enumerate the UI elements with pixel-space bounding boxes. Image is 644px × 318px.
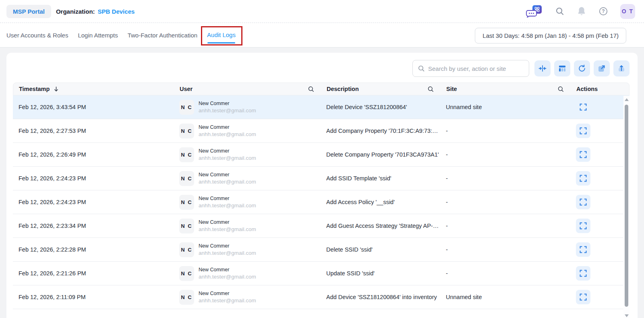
row-site: - [446, 128, 576, 134]
expand-row-button[interactable] [576, 290, 590, 304]
expand-row-button[interactable] [576, 195, 590, 209]
row-description: Delete SSID 'ssid' [326, 246, 446, 253]
scroll-up-arrow[interactable] [625, 98, 629, 101]
tab-bar: User Accounts & Roles Login Attempts Two… [0, 23, 644, 47]
search-input[interactable] [428, 65, 524, 72]
column-search-icon[interactable] [427, 86, 434, 93]
tab-login-attempts[interactable]: Login Attempts [78, 30, 118, 40]
user-email: anhh.tester@gmail.com [199, 107, 256, 114]
user-avatar: N C [179, 171, 194, 186]
user-email: anhh.tester@gmail.com [199, 131, 256, 137]
table-row[interactable]: Feb 12, 2026, 2:23:34 PM N C New Commer … [13, 214, 630, 238]
tab-two-factor-authentication[interactable]: Two-Factor Authentication [128, 30, 197, 40]
row-timestamp: Feb 12, 2026, 2:26:49 PM [13, 151, 179, 158]
sort-desc-icon [53, 86, 59, 92]
row-user: N C New Commer anhh.tester@gmail.com [179, 219, 326, 233]
vertical-scrollbar[interactable] [623, 96, 630, 318]
table-row[interactable]: Feb 12, 2026, 2:26:49 PM N C New Commer … [13, 143, 630, 167]
expand-icon [580, 103, 587, 111]
export-button[interactable] [613, 60, 630, 76]
expand-row-button[interactable] [576, 266, 590, 281]
table-row[interactable]: Feb 12, 2026, 2:11:09 PM N C New Commer … [13, 285, 630, 309]
notifications-bell-icon[interactable] [577, 6, 586, 17]
scrollbar-thumb[interactable] [625, 105, 628, 307]
audit-logs-card: Timestamp User Description [6, 53, 638, 318]
table-row[interactable]: Feb 12, 2026, 2:27:53 PM N C New Commer … [13, 119, 630, 143]
row-timestamp: Feb 12, 2026, 2:11:09 PM [13, 294, 179, 300]
row-description: Add Access Policy '__ssid' [326, 199, 446, 205]
msp-portal-button[interactable]: MSP Portal [6, 5, 51, 18]
user-avatar-badge[interactable]: O T [620, 4, 635, 19]
open-in-new-window-button[interactable] [594, 60, 610, 76]
help-icon[interactable]: ? [598, 6, 608, 16]
user-name: New Commer [199, 196, 256, 201]
table-row[interactable]: Feb 12, 2026, 2:24:23 PM N C New Commer … [13, 190, 630, 214]
row-user: N C New Commer anhh.tester@gmail.com [179, 171, 326, 186]
row-user: N C New Commer anhh.tester@gmail.com [179, 124, 326, 138]
collapse-columns-icon [538, 64, 547, 72]
user-name: New Commer [199, 291, 256, 296]
collapse-columns-button[interactable] [534, 60, 551, 76]
column-search-icon[interactable] [557, 86, 564, 93]
row-user: N C New Commer anhh.tester@gmail.com [179, 195, 326, 210]
row-timestamp: Feb 12, 2026, 2:23:34 PM [13, 223, 179, 229]
manage-columns-button[interactable] [554, 60, 570, 76]
table-row[interactable]: Feb 12, 2026, 2:22:28 PM N C New Commer … [13, 238, 630, 262]
expand-icon [580, 198, 587, 206]
row-site: - [446, 270, 576, 277]
column-search-icon[interactable] [308, 86, 315, 93]
row-description: Update SSID 'ssid' [326, 270, 446, 277]
column-header-site[interactable]: Site [446, 86, 576, 93]
row-timestamp: Feb 12, 2026, 2:22:28 PM [13, 246, 179, 253]
user-name: New Commer [199, 124, 256, 130]
user-email: anhh.tester@gmail.com [199, 297, 256, 304]
expand-row-button[interactable] [576, 219, 590, 233]
row-description: Delete Company Property '701F3CA973A1' [326, 151, 446, 158]
scroll-down-arrow[interactable] [625, 314, 629, 317]
expand-row-button[interactable] [576, 147, 590, 162]
organization-breadcrumb: Organization: SPB Devices [56, 8, 135, 15]
column-header-timestamp[interactable]: Timestamp [13, 86, 180, 92]
tab-audit-logs[interactable]: Audit Logs [207, 30, 236, 40]
export-icon [617, 64, 625, 72]
column-header-user[interactable]: User [180, 86, 327, 93]
table-search [412, 60, 529, 77]
date-range-picker[interactable]: Last 30 Days: 4:58 pm (Jan 18) - 4:58 pm… [475, 28, 626, 43]
user-avatar: N C [179, 290, 194, 305]
row-user: N C New Commer anhh.tester@gmail.com [179, 147, 326, 162]
open-in-new-icon [598, 64, 606, 72]
expand-row-button[interactable] [576, 100, 590, 114]
expand-icon [580, 175, 587, 182]
user-avatar: N C [179, 100, 194, 115]
expand-row-button[interactable] [576, 124, 590, 138]
refresh-icon [578, 64, 586, 72]
user-email: anhh.tester@gmail.com [199, 274, 256, 280]
expand-icon [580, 270, 587, 277]
organization-value-link[interactable]: SPB Devices [98, 8, 135, 15]
tab-user-accounts-roles[interactable]: User Accounts & Roles [6, 30, 68, 40]
expand-row-button[interactable] [576, 171, 590, 186]
table-header-row: Timestamp User Description [13, 83, 630, 95]
user-name: New Commer [199, 267, 256, 273]
user-avatar: N C [179, 242, 194, 257]
table-row[interactable]: Feb 12, 2026, 2:21:26 PM N C New Commer … [13, 262, 630, 285]
global-search-icon[interactable] [555, 6, 565, 16]
table-row[interactable]: Feb 12, 2026, 3:43:54 PM N C New Commer … [13, 95, 630, 119]
column-header-description[interactable]: Description [327, 86, 446, 93]
refresh-button[interactable] [574, 60, 590, 76]
svg-text:?: ? [602, 8, 605, 14]
expand-row-button[interactable] [576, 242, 590, 257]
row-site: Unnamed site [446, 104, 576, 110]
header-actions: ? O T [524, 4, 635, 19]
row-description: Add SSID Template 'ssid' [326, 175, 446, 182]
row-site: Unnamed site [446, 294, 576, 300]
columns-icon [558, 64, 566, 72]
expand-icon [580, 246, 587, 253]
row-description: Delete Device 'SSZ181200864' [326, 104, 446, 110]
ai-assistant-icon[interactable] [524, 4, 543, 19]
table-row[interactable]: Feb 12, 2026, 2:24:23 PM N C New Commer … [13, 167, 630, 190]
organization-label: Organization: [56, 8, 95, 15]
user-email: anhh.tester@gmail.com [199, 179, 256, 185]
user-name: New Commer [199, 101, 256, 106]
user-name: New Commer [199, 172, 256, 178]
